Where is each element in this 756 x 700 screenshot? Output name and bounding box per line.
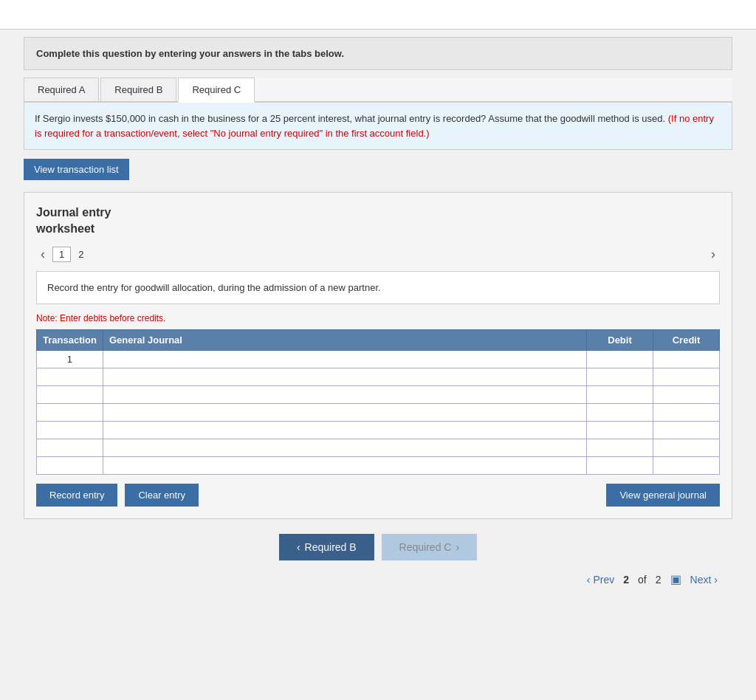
footer-page-total: 2 xyxy=(656,574,662,586)
footer-prev-label: Prev xyxy=(593,574,614,586)
table-row xyxy=(37,404,720,422)
general-journal-cell[interactable] xyxy=(103,368,586,386)
view-transaction-button[interactable]: View transaction list xyxy=(24,159,129,180)
general-journal-cell[interactable] xyxy=(103,422,586,439)
debit-input[interactable] xyxy=(587,368,653,385)
debit-cell[interactable] xyxy=(587,404,653,422)
question-main-text: If Sergio invests $150,000 in cash in th… xyxy=(35,113,665,124)
prev-page-arrow[interactable]: ‹ xyxy=(36,247,49,262)
transaction-cell xyxy=(37,457,103,475)
table-row xyxy=(37,386,720,404)
footer-page-current: 2 xyxy=(623,574,629,586)
general-journal-cell[interactable] xyxy=(103,404,586,422)
general-journal-input[interactable] xyxy=(103,368,586,385)
debit-input[interactable] xyxy=(587,404,653,421)
table-row xyxy=(37,422,720,439)
transaction-cell xyxy=(37,439,103,457)
record-entry-button[interactable]: Record entry xyxy=(36,484,117,507)
footer-prev-button[interactable]: ‹ Prev xyxy=(587,574,614,586)
footer-navigation: ‹ Prev 2 of 2 ▣ Next › xyxy=(24,560,732,598)
col-debit: Debit xyxy=(587,330,653,351)
credit-input[interactable] xyxy=(653,439,719,456)
tab-required-a[interactable]: Required A xyxy=(24,78,99,101)
general-journal-input[interactable] xyxy=(103,439,586,456)
credit-input[interactable] xyxy=(653,422,719,439)
instruction-box: Complete this question by entering your … xyxy=(24,37,732,70)
page-nav: ‹ 1 2 › xyxy=(36,247,720,262)
prev-chevron-icon: ‹ xyxy=(297,541,300,553)
transaction-cell xyxy=(37,422,103,439)
prev-required-label: Required B xyxy=(305,541,357,553)
transaction-cell: 1 xyxy=(37,351,103,368)
general-journal-cell[interactable] xyxy=(103,457,586,475)
credit-input[interactable] xyxy=(653,368,719,385)
entry-description: Record the entry for goodwill allocation… xyxy=(36,271,720,305)
view-general-journal-button[interactable]: View general journal xyxy=(606,484,720,507)
debit-input[interactable] xyxy=(587,351,653,368)
prev-required-button[interactable]: ‹ Required B xyxy=(279,534,374,560)
col-transaction: Transaction xyxy=(37,330,103,351)
tabs-bar: Required A Required B Required C xyxy=(24,78,732,103)
col-general-journal: General Journal xyxy=(103,330,586,351)
general-journal-input[interactable] xyxy=(103,422,586,439)
credit-cell[interactable] xyxy=(653,439,720,457)
next-chevron-icon: › xyxy=(456,541,459,553)
credit-input[interactable] xyxy=(653,386,719,403)
tab-required-c[interactable]: Required C xyxy=(178,78,255,103)
transaction-cell xyxy=(37,386,103,404)
general-journal-input[interactable] xyxy=(103,351,586,368)
credit-input[interactable] xyxy=(653,457,719,474)
general-journal-cell[interactable] xyxy=(103,351,586,368)
transaction-cell xyxy=(37,404,103,422)
next-required-label: Required C xyxy=(399,541,452,553)
footer-next-label: Next xyxy=(690,574,712,586)
debit-cell[interactable] xyxy=(587,351,653,368)
note-text: Note: Enter debits before credits. xyxy=(36,313,720,323)
bottom-navigation: ‹ Required B Required C › xyxy=(24,534,732,560)
general-journal-input[interactable] xyxy=(103,386,586,403)
prev-arrow-icon: ‹ xyxy=(587,574,591,586)
next-arrow-icon: › xyxy=(714,574,718,586)
credit-cell[interactable] xyxy=(653,404,720,422)
debit-cell[interactable] xyxy=(587,386,653,404)
action-buttons: Record entry Clear entry View general jo… xyxy=(36,484,720,507)
credit-input[interactable] xyxy=(653,404,719,421)
table-row: 1 xyxy=(37,351,720,368)
credit-cell[interactable] xyxy=(653,351,720,368)
clear-entry-button[interactable]: Clear entry xyxy=(125,484,199,507)
general-journal-input[interactable] xyxy=(103,457,586,474)
credit-cell[interactable] xyxy=(653,368,720,386)
debit-input[interactable] xyxy=(587,457,653,474)
table-row xyxy=(37,457,720,475)
credit-cell[interactable] xyxy=(653,457,720,475)
credit-input[interactable] xyxy=(653,351,719,368)
general-journal-cell[interactable] xyxy=(103,386,586,404)
credit-cell[interactable] xyxy=(653,422,720,439)
next-page-arrow[interactable]: › xyxy=(707,247,720,262)
debit-input[interactable] xyxy=(587,422,653,439)
debit-input[interactable] xyxy=(587,386,653,403)
total-pages-label: 2 xyxy=(78,249,83,260)
debit-cell[interactable] xyxy=(587,439,653,457)
footer-next-button[interactable]: Next › xyxy=(690,574,718,586)
question-box: If Sergio invests $150,000 in cash in th… xyxy=(24,103,732,150)
worksheet-title: Journal entryworksheet xyxy=(36,205,720,238)
current-page-number: 1 xyxy=(52,247,71,262)
col-credit: Credit xyxy=(653,330,720,351)
general-journal-cell[interactable] xyxy=(103,439,586,457)
footer-of-text: of xyxy=(638,574,647,586)
tab-required-b[interactable]: Required B xyxy=(100,78,176,101)
table-row xyxy=(37,439,720,457)
debit-cell[interactable] xyxy=(587,368,653,386)
general-journal-input[interactable] xyxy=(103,404,586,421)
debit-cell[interactable] xyxy=(587,457,653,475)
instruction-text: Complete this question by entering your … xyxy=(36,48,344,59)
next-required-button: Required C › xyxy=(382,534,478,560)
debit-input[interactable] xyxy=(587,439,653,456)
transaction-cell xyxy=(37,368,103,386)
credit-cell[interactable] xyxy=(653,386,720,404)
debit-cell[interactable] xyxy=(587,422,653,439)
worksheet-container: Journal entryworksheet ‹ 1 2 › Record th… xyxy=(24,192,732,519)
journal-table: Transaction General Journal Debit Credit… xyxy=(36,329,720,475)
grid-icon[interactable]: ▣ xyxy=(670,572,681,586)
